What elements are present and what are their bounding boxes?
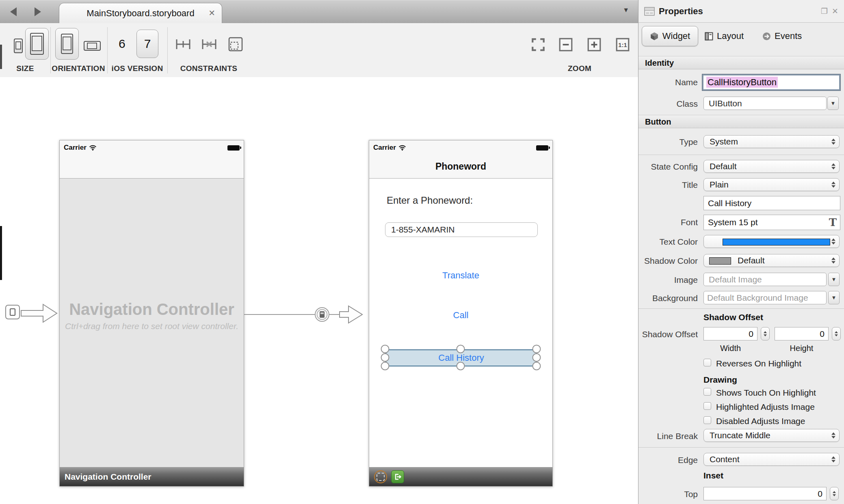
tab-events[interactable]: Events [762, 26, 802, 46]
nav-controller-scene[interactable]: Carrier Navigation Controller Ctrl+drag … [59, 140, 244, 487]
ios-designer-window: MainStoryboard.storyboard ✕ ▼ 6 7 [0, 0, 844, 504]
size-large-button[interactable] [25, 28, 49, 60]
tab-layout[interactable]: Layout [705, 26, 744, 46]
width-sublabel: Width [703, 344, 757, 353]
title-label: Title [638, 180, 698, 190]
orientation-landscape-icon[interactable] [84, 41, 101, 51]
size-group-label: SIZE [9, 64, 41, 73]
remove-constraint-icon[interactable] [200, 35, 219, 53]
ios6-button[interactable]: 6 [119, 37, 126, 51]
reverses-on-highlight-checkbox[interactable] [703, 359, 711, 366]
phoneword-dock[interactable] [369, 467, 552, 486]
state-config-dropdown[interactable]: Default [703, 160, 840, 173]
type-dropdown[interactable]: System [703, 135, 840, 148]
height-stepper[interactable] [832, 327, 841, 340]
class-field[interactable]: UIButton [703, 97, 827, 110]
ios7-label: 7 [144, 37, 151, 51]
text-color-dropdown[interactable] [703, 235, 840, 248]
line-break-dropdown[interactable]: Truncate Middle [703, 429, 840, 442]
image-dropdown-button[interactable]: ▼ [828, 273, 840, 286]
phoneword-prompt-label[interactable]: Enter a Phoneword: [387, 195, 473, 206]
carrier-label: Carrier [64, 144, 87, 152]
divider [638, 308, 844, 309]
zoom-group-label: ZOOM [555, 64, 604, 73]
battery-icon [536, 145, 548, 151]
nav-controller-navbar: Carrier [60, 140, 244, 179]
wifi-icon [89, 145, 97, 151]
inset-top-label: Top [638, 489, 698, 499]
phoneword-content[interactable]: Enter a Phoneword: 1-855-XAMARIN Transla… [369, 179, 552, 467]
background-dropdown-button[interactable]: ▼ [828, 291, 840, 304]
shows-touch-checkbox[interactable] [703, 388, 711, 396]
size-small-icon[interactable] [14, 39, 23, 53]
phoneword-text-field[interactable]: 1-855-XAMARIN [385, 222, 538, 237]
view-controller-icon[interactable] [374, 470, 387, 483]
zoom-in-icon[interactable] [586, 37, 602, 52]
width-stepper[interactable] [761, 327, 770, 340]
font-label: Font [638, 218, 698, 227]
divider [638, 447, 844, 448]
shadow-offset-width-field[interactable]: 0 [703, 327, 757, 340]
shadow-color-dropdown[interactable]: Default [703, 254, 840, 267]
title-text-field[interactable]: Call History [703, 196, 840, 210]
edge-dropdown[interactable]: Content [703, 453, 840, 466]
tab-close-icon[interactable]: ✕ [208, 8, 215, 18]
ios7-button[interactable]: 7 [136, 30, 158, 58]
tab-widget-label: Widget [662, 31, 690, 41]
title-mode-dropdown[interactable]: Plain [703, 178, 840, 191]
class-dropdown-button[interactable]: ▼ [827, 97, 839, 110]
phoneword-scene[interactable]: Carrier Phoneword Enter a Phoneword: 1-8… [369, 140, 553, 487]
back-button[interactable] [7, 6, 19, 18]
add-constraint-icon[interactable] [174, 35, 193, 53]
font-field[interactable]: System 15 pt T [703, 215, 840, 230]
carrier-label: Carrier [373, 144, 396, 152]
panel-title: Properties [659, 6, 703, 17]
shadow-offset-height-field[interactable]: 0 [775, 327, 829, 340]
tab-mainstoryboard[interactable]: MainStoryboard.storyboard ✕ [59, 3, 222, 24]
translate-button[interactable]: Translate [369, 270, 552, 281]
nav-controller-dock[interactable]: Navigation Controller [60, 467, 244, 486]
back-icon [10, 7, 17, 16]
design-canvas[interactable]: Carrier Navigation Controller Ctrl+drag … [0, 77, 638, 504]
pad-edge-handle[interactable] [0, 45, 2, 69]
call-history-button[interactable]: Call History [385, 349, 537, 366]
stepper-arrows-icon [831, 182, 835, 188]
panel-close-icon[interactable]: ✕ [832, 6, 838, 16]
shadow-color-swatch [709, 257, 731, 265]
update-frames-icon[interactable] [226, 35, 245, 53]
orientation-portrait-button[interactable] [55, 28, 79, 60]
phoneword-nav-title: Phoneword [369, 155, 552, 178]
class-label: Class [638, 99, 698, 109]
zoom-fit-icon[interactable] [530, 37, 546, 52]
tab-widget[interactable]: Widget [642, 26, 698, 46]
inset-top-field[interactable]: 0 [703, 487, 827, 500]
battery-icon [227, 145, 240, 151]
image-field[interactable]: Default Image [703, 273, 827, 286]
shadow-offset-header: Shadow Offset [703, 312, 763, 322]
zoom-out-icon[interactable] [558, 37, 573, 52]
orientation-portrait-icon [61, 34, 73, 54]
zoom-actual-size-icon[interactable]: 1:1 [615, 37, 630, 52]
nav-controller-content[interactable]: Navigation Controller Ctrl+drag from her… [60, 179, 244, 467]
inset-top-stepper[interactable] [830, 487, 839, 500]
divider [638, 155, 844, 155]
constraints-group-label: CONSTRAINTS [176, 64, 241, 73]
highlighted-adjusts-checkbox[interactable] [703, 402, 711, 410]
call-button[interactable]: Call [369, 310, 552, 321]
tab-list-icon[interactable]: ▼ [623, 6, 629, 14]
stepper-arrows-icon [831, 258, 835, 264]
edge-label: Edge [638, 455, 698, 465]
shadow-color-label: Shadow Color [638, 256, 698, 266]
pad-edge-handle[interactable] [0, 226, 2, 280]
name-field[interactable]: CallHistoryButton [702, 74, 840, 90]
nav-controller-placeholder-title: Navigation Controller [60, 300, 244, 319]
exit-segue-icon[interactable] [391, 470, 404, 483]
forward-button[interactable] [32, 6, 44, 18]
events-icon [762, 32, 771, 41]
font-picker-icon[interactable]: T [829, 215, 837, 230]
panel-float-icon[interactable]: ❐ [821, 6, 828, 16]
stepper-arrows-icon [831, 239, 835, 245]
disabled-adjusts-checkbox[interactable] [703, 416, 711, 424]
background-field[interactable]: Default Background Image [703, 291, 827, 304]
name-value: CallHistoryButton [706, 77, 778, 88]
